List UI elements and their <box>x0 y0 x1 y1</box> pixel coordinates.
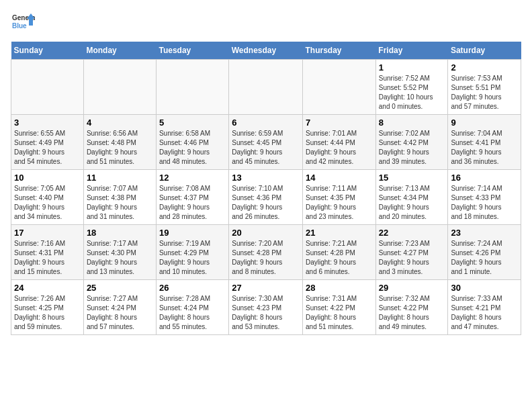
calendar-cell: 30Sunrise: 7:33 AM Sunset: 4:21 PM Dayli… <box>448 280 521 335</box>
day-number: 18 <box>87 228 153 238</box>
day-number: 14 <box>306 173 373 183</box>
day-number: 16 <box>451 173 518 183</box>
calendar-cell: 23Sunrise: 7:24 AM Sunset: 4:26 PM Dayli… <box>448 225 521 280</box>
weekday-header: Thursday <box>303 42 376 60</box>
day-info: Sunrise: 6:59 AM Sunset: 4:45 PM Dayligh… <box>232 129 300 167</box>
day-info: Sunrise: 7:30 AM Sunset: 4:23 PM Dayligh… <box>232 294 300 332</box>
calendar-cell <box>11 60 84 115</box>
day-info: Sunrise: 6:55 AM Sunset: 4:49 PM Dayligh… <box>14 129 81 167</box>
day-number: 13 <box>232 173 300 183</box>
day-info: Sunrise: 7:52 AM Sunset: 5:52 PM Dayligh… <box>379 74 445 111</box>
day-number: 6 <box>232 118 300 128</box>
day-info: Sunrise: 7:13 AM Sunset: 4:34 PM Dayligh… <box>379 184 445 222</box>
day-number: 19 <box>159 228 226 238</box>
day-number: 24 <box>14 283 81 293</box>
weekday-header: Tuesday <box>156 42 228 60</box>
calendar-cell: 29Sunrise: 7:32 AM Sunset: 4:22 PM Dayli… <box>375 280 448 335</box>
day-number: 9 <box>451 118 518 128</box>
calendar-cell: 19Sunrise: 7:19 AM Sunset: 4:29 PM Dayli… <box>156 225 228 280</box>
calendar-cell: 2Sunrise: 7:53 AM Sunset: 5:51 PM Daylig… <box>448 60 521 115</box>
day-number: 23 <box>451 228 518 238</box>
day-number: 4 <box>87 118 153 128</box>
weekday-header: Wednesday <box>229 42 303 60</box>
calendar-cell: 13Sunrise: 7:10 AM Sunset: 4:36 PM Dayli… <box>229 170 303 225</box>
day-info: Sunrise: 7:01 AM Sunset: 4:44 PM Dayligh… <box>306 129 373 167</box>
day-info: Sunrise: 7:31 AM Sunset: 4:22 PM Dayligh… <box>306 294 373 332</box>
calendar-table: SundayMondayTuesdayWednesdayThursdayFrid… <box>11 42 521 335</box>
day-number: 25 <box>87 283 153 293</box>
calendar-cell: 1Sunrise: 7:52 AM Sunset: 5:52 PM Daylig… <box>375 60 448 115</box>
calendar-cell: 16Sunrise: 7:14 AM Sunset: 4:33 PM Dayli… <box>448 170 521 225</box>
calendar-week-row: 10Sunrise: 7:05 AM Sunset: 4:40 PM Dayli… <box>11 170 521 225</box>
day-info: Sunrise: 7:33 AM Sunset: 4:21 PM Dayligh… <box>451 294 518 332</box>
logo-svg: General Blue <box>11 11 35 35</box>
calendar-cell: 8Sunrise: 7:02 AM Sunset: 4:42 PM Daylig… <box>375 115 448 170</box>
day-number: 22 <box>379 228 445 238</box>
day-number: 1 <box>379 62 445 73</box>
calendar-cell: 9Sunrise: 7:04 AM Sunset: 4:41 PM Daylig… <box>448 115 521 170</box>
day-number: 8 <box>379 118 445 128</box>
calendar-cell: 20Sunrise: 7:20 AM Sunset: 4:28 PM Dayli… <box>229 225 303 280</box>
calendar-cell: 12Sunrise: 7:08 AM Sunset: 4:37 PM Dayli… <box>156 170 228 225</box>
calendar-cell: 14Sunrise: 7:11 AM Sunset: 4:35 PM Dayli… <box>303 170 376 225</box>
calendar-cell: 21Sunrise: 7:21 AM Sunset: 4:28 PM Dayli… <box>303 225 376 280</box>
day-info: Sunrise: 7:23 AM Sunset: 4:27 PM Dayligh… <box>379 239 445 277</box>
day-number: 2 <box>451 62 518 73</box>
day-info: Sunrise: 7:04 AM Sunset: 4:41 PM Dayligh… <box>451 129 518 167</box>
svg-text:Blue: Blue <box>12 22 27 30</box>
calendar-cell: 3Sunrise: 6:55 AM Sunset: 4:49 PM Daylig… <box>11 115 84 170</box>
calendar-cell: 18Sunrise: 7:17 AM Sunset: 4:30 PM Dayli… <box>83 225 156 280</box>
day-number: 12 <box>159 173 226 183</box>
day-info: Sunrise: 7:14 AM Sunset: 4:33 PM Dayligh… <box>451 184 518 222</box>
day-number: 27 <box>232 283 300 293</box>
calendar-week-row: 17Sunrise: 7:16 AM Sunset: 4:31 PM Dayli… <box>11 225 521 280</box>
weekday-header: Friday <box>375 42 448 60</box>
calendar-cell: 25Sunrise: 7:27 AM Sunset: 4:24 PM Dayli… <box>83 280 156 335</box>
day-info: Sunrise: 7:02 AM Sunset: 4:42 PM Dayligh… <box>379 129 445 167</box>
calendar-cell: 10Sunrise: 7:05 AM Sunset: 4:40 PM Dayli… <box>11 170 84 225</box>
calendar-week-row: 3Sunrise: 6:55 AM Sunset: 4:49 PM Daylig… <box>11 115 521 170</box>
calendar-cell <box>83 60 156 115</box>
calendar-cell: 6Sunrise: 6:59 AM Sunset: 4:45 PM Daylig… <box>229 115 303 170</box>
day-info: Sunrise: 7:07 AM Sunset: 4:38 PM Dayligh… <box>87 184 153 222</box>
day-info: Sunrise: 7:10 AM Sunset: 4:36 PM Dayligh… <box>232 184 300 222</box>
day-number: 30 <box>451 283 518 293</box>
logo: General Blue <box>11 11 35 35</box>
calendar-cell: 5Sunrise: 6:58 AM Sunset: 4:46 PM Daylig… <box>156 115 228 170</box>
calendar-cell: 27Sunrise: 7:30 AM Sunset: 4:23 PM Dayli… <box>229 280 303 335</box>
day-number: 3 <box>14 118 81 128</box>
weekday-header: Monday <box>83 42 156 60</box>
day-info: Sunrise: 6:56 AM Sunset: 4:48 PM Dayligh… <box>87 129 153 167</box>
day-number: 20 <box>232 228 300 238</box>
day-number: 21 <box>306 228 373 238</box>
day-info: Sunrise: 7:17 AM Sunset: 4:30 PM Dayligh… <box>87 239 153 277</box>
day-info: Sunrise: 7:28 AM Sunset: 4:24 PM Dayligh… <box>159 294 226 332</box>
day-info: Sunrise: 7:53 AM Sunset: 5:51 PM Dayligh… <box>451 74 518 111</box>
page-header: General Blue <box>11 11 521 35</box>
calendar-cell: 26Sunrise: 7:28 AM Sunset: 4:24 PM Dayli… <box>156 280 228 335</box>
day-number: 5 <box>159 118 226 128</box>
day-number: 15 <box>379 173 445 183</box>
day-info: Sunrise: 7:19 AM Sunset: 4:29 PM Dayligh… <box>159 239 226 277</box>
day-info: Sunrise: 7:11 AM Sunset: 4:35 PM Dayligh… <box>306 184 373 222</box>
calendar-week-row: 24Sunrise: 7:26 AM Sunset: 4:25 PM Dayli… <box>11 280 521 335</box>
day-info: Sunrise: 7:27 AM Sunset: 4:24 PM Dayligh… <box>87 294 153 332</box>
day-number: 10 <box>14 173 81 183</box>
day-number: 17 <box>14 228 81 238</box>
calendar-cell <box>303 60 376 115</box>
day-number: 11 <box>87 173 153 183</box>
day-info: Sunrise: 7:16 AM Sunset: 4:31 PM Dayligh… <box>14 239 81 277</box>
calendar-cell: 28Sunrise: 7:31 AM Sunset: 4:22 PM Dayli… <box>303 280 376 335</box>
day-info: Sunrise: 7:32 AM Sunset: 4:22 PM Dayligh… <box>379 294 445 332</box>
weekday-header: Saturday <box>448 42 521 60</box>
calendar-cell: 7Sunrise: 7:01 AM Sunset: 4:44 PM Daylig… <box>303 115 376 170</box>
calendar-cell: 22Sunrise: 7:23 AM Sunset: 4:27 PM Dayli… <box>375 225 448 280</box>
day-number: 7 <box>306 118 373 128</box>
day-info: Sunrise: 7:26 AM Sunset: 4:25 PM Dayligh… <box>14 294 81 332</box>
calendar-cell: 24Sunrise: 7:26 AM Sunset: 4:25 PM Dayli… <box>11 280 84 335</box>
day-number: 26 <box>159 283 226 293</box>
calendar-cell: 17Sunrise: 7:16 AM Sunset: 4:31 PM Dayli… <box>11 225 84 280</box>
day-number: 29 <box>379 283 445 293</box>
calendar-cell: 15Sunrise: 7:13 AM Sunset: 4:34 PM Dayli… <box>375 170 448 225</box>
day-info: Sunrise: 6:58 AM Sunset: 4:46 PM Dayligh… <box>159 129 226 167</box>
